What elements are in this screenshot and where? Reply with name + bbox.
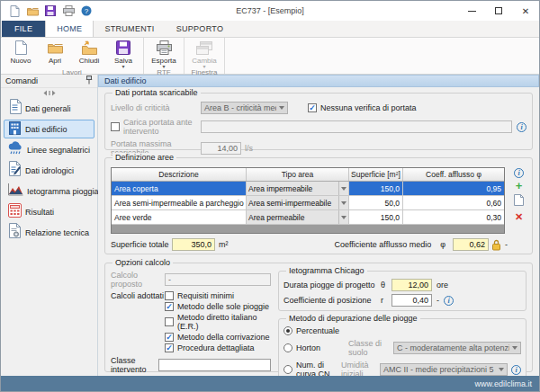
- close-button[interactable]: ✕: [512, 1, 539, 21]
- group-metodo-depurazione: Metodo di depurazione delle piogge Perce…: [278, 318, 526, 376]
- report-gear-icon: [8, 223, 22, 242]
- metodo-diretto-italiano-checkbox[interactable]: ✓: [165, 317, 174, 326]
- chevron-down-icon[interactable]: [338, 210, 348, 224]
- duplicate-row-button[interactable]: [514, 193, 524, 209]
- tab-file[interactable]: FILE: [2, 20, 45, 37]
- procedura-dettagliata-checkbox[interactable]: ✓: [165, 343, 174, 352]
- calcolo-proposto-field: -: [165, 273, 271, 286]
- superficie-totale-unit: m²: [219, 240, 229, 249]
- lock-button[interactable]: [491, 239, 501, 251]
- info-icon[interactable]: i: [517, 122, 526, 132]
- sidebar-item-risultati[interactable]: Risultati: [4, 202, 94, 221]
- group-opzioni-calcolo: Opzioni calcolo Calcolo proposto - Calco…: [104, 263, 533, 372]
- sidebar-item-dati-edificio[interactable]: Dati edificio: [4, 120, 94, 138]
- phi-symbol: φ: [440, 240, 446, 249]
- group-dati-portata: Dati portata scaricabile Livello di crit…: [104, 93, 533, 150]
- pin-icon[interactable]: [86, 76, 93, 86]
- classe-intervento-input[interactable]: [158, 359, 271, 371]
- coeff-medio-label: Coefficiente afflusso medio: [335, 240, 432, 249]
- salva-button[interactable]: Salva ▾: [107, 39, 140, 68]
- save-icon[interactable]: [44, 4, 57, 17]
- window-controls: ✕: [458, 1, 539, 21]
- apri-button[interactable]: Apri: [39, 39, 71, 65]
- coeff-posizione-field[interactable]: 0,40: [392, 294, 432, 307]
- chevron-down-icon: [496, 368, 507, 371]
- new-file-icon[interactable]: [8, 4, 21, 17]
- r-symbol: r: [381, 296, 392, 305]
- chevron-down-icon[interactable]: [338, 182, 348, 195]
- calcolo-proposto-label: Calcolo proposto: [111, 271, 165, 289]
- esporta-button[interactable]: Esporta ▾: [148, 39, 180, 68]
- info-icon[interactable]: i: [444, 296, 454, 306]
- col-tipo-area[interactable]: Tipo area: [247, 168, 349, 181]
- document-icon: [8, 99, 22, 118]
- theta-symbol: θ: [381, 281, 392, 290]
- tipo-area-select[interactable]: Area impermeabile: [247, 182, 348, 195]
- chevron-down-icon[interactable]: [338, 196, 348, 209]
- panel-collapse-handle[interactable]: [1, 88, 97, 98]
- num-curva-cn-radio[interactable]: [284, 365, 292, 374]
- nessuna-verifica-checkbox[interactable]: ✓: [308, 103, 317, 112]
- maximize-button[interactable]: [485, 1, 512, 21]
- help-icon[interactable]: ?: [80, 4, 93, 17]
- tipo-area-select[interactable]: Area semi-impermeabile: [247, 196, 348, 209]
- metodo-corrivazione-checkbox[interactable]: ✓: [165, 333, 174, 342]
- ribbon: Nuovo Apri Chiudi: [1, 38, 539, 75]
- sidebar-item-relazione-tecnica[interactable]: Relazione tecnica: [4, 223, 94, 242]
- minimize-button[interactable]: [458, 1, 485, 21]
- windows-cascade-icon: [196, 40, 212, 56]
- chevron-down-icon: [276, 106, 287, 110]
- quick-access-toolbar: ?: [1, 4, 93, 17]
- tab-supporto[interactable]: SUPPORTO: [166, 20, 235, 37]
- info-icon[interactable]: i: [511, 365, 521, 375]
- group-title: Metodo di depurazione delle piogge: [286, 314, 420, 323]
- sidebar-item-ietogramma-pioggia[interactable]: Ietogramma pioggia: [4, 182, 94, 200]
- classe-intervento-label: Classe intervento: [111, 356, 158, 374]
- table-actions: i + ✕: [509, 167, 528, 234]
- table-row[interactable]: Area coperta Area impermeabile 150,0 0,9…: [112, 182, 504, 196]
- delete-row-button[interactable]: ✕: [515, 212, 523, 221]
- durata-piogge-field: 12,00: [392, 279, 432, 291]
- export-printer-icon: [157, 40, 172, 56]
- col-superficie[interactable]: Superficie [m²]: [349, 168, 403, 181]
- horton-radio[interactable]: [284, 343, 292, 352]
- sidebar-item-linee-segnalatrici[interactable]: Linee segnalatrici: [4, 140, 94, 159]
- building-icon: [8, 120, 22, 138]
- chiudi-button[interactable]: Chiudi: [73, 39, 105, 65]
- col-coeff-afflusso[interactable]: Coeff. afflusso φ: [403, 168, 504, 181]
- commands-panel-header: Comandi: [1, 75, 97, 88]
- percentuale-radio[interactable]: [284, 326, 292, 335]
- requisiti-minimi-checkbox[interactable]: ✓: [165, 291, 174, 300]
- table-row[interactable]: Area semi-impermeabile a parcheggio Area…: [112, 196, 504, 210]
- open-folder-icon[interactable]: [26, 4, 39, 17]
- document-edit-icon: [8, 161, 22, 180]
- nuovo-button[interactable]: Nuovo: [4, 39, 37, 65]
- carica-portata-checkbox[interactable]: ✓: [111, 122, 120, 131]
- livello-criticita-label: Livello di criticità: [111, 103, 201, 112]
- sidebar-item-dati-idrologici[interactable]: Dati idrologici: [4, 161, 94, 180]
- ribbon-group-finestra: Cambia ▾ Finestra: [184, 38, 225, 74]
- tab-home[interactable]: HOME: [45, 20, 94, 37]
- status-url[interactable]: www.edilclima.it: [474, 379, 532, 388]
- new-document-icon: [14, 40, 27, 56]
- sidebar-item-dati-generali[interactable]: Dati generali: [4, 99, 94, 118]
- col-descrizione[interactable]: Descrizione: [112, 168, 247, 181]
- save-floppy-icon: [116, 40, 130, 56]
- add-row-button[interactable]: +: [516, 181, 523, 191]
- print-icon[interactable]: [62, 4, 75, 17]
- table-row[interactable]: Aree verde Area permeabile 150,0 0,30: [112, 210, 504, 225]
- tipo-area-select[interactable]: Area permeabile: [247, 210, 348, 224]
- open-folder-icon: [48, 40, 63, 56]
- info-icon[interactable]: i: [514, 168, 524, 178]
- superficie-totale-field: 350,0: [172, 238, 215, 251]
- table-header-row: Descrizione Tipo area Superficie [m²] Co…: [112, 168, 504, 182]
- chevron-down-icon: [509, 346, 520, 350]
- close-folder-icon: [82, 40, 97, 56]
- carica-portata-label: Carica portata ante intervento: [123, 118, 201, 136]
- group-title: Dati portata scaricabile: [112, 88, 201, 97]
- durata-piogge-label: Durata piogge di progetto: [284, 281, 381, 290]
- tab-strumenti[interactable]: STRUMENTI: [94, 20, 165, 37]
- metodo-sole-pioggie-checkbox[interactable]: ✓: [165, 302, 174, 311]
- rain-cloud-icon: [8, 141, 23, 159]
- main-panel: Dati edificio Dati portata scaricabile L…: [98, 75, 539, 376]
